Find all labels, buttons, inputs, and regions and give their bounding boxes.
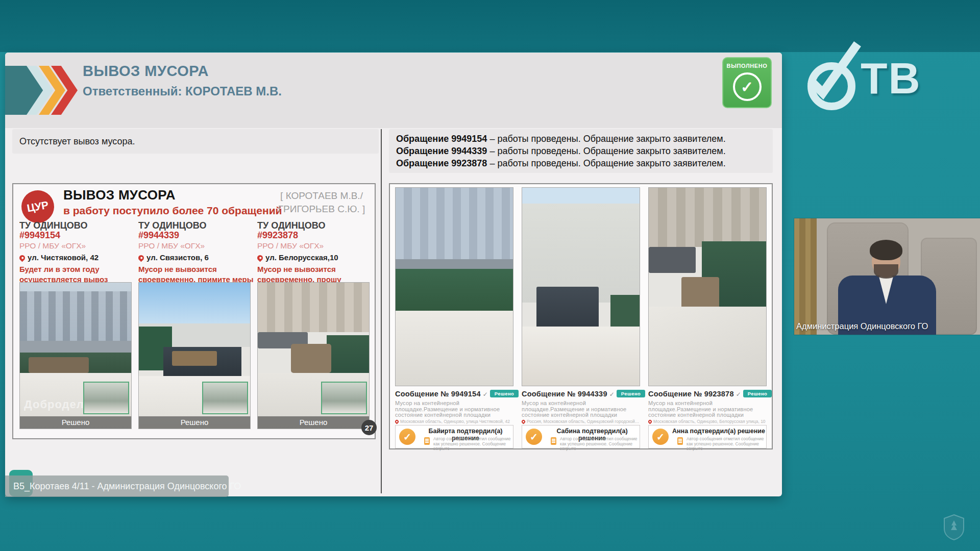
status-pill: Решено	[617, 390, 646, 397]
report-category: Мусор на контейнерной площадке.Размещени…	[522, 400, 640, 418]
complaints-card: ЦУР ВЫВОЗ МУСОРА в работу поступило боле…	[12, 183, 376, 439]
card-title: ВЫВОЗ МУСОРА	[63, 187, 176, 203]
location-pin-icon	[395, 419, 399, 424]
resolution-line: Обращение 9944339 – работы проведены. Об…	[396, 145, 766, 157]
confirmation-box: ✓ Байирта подтвердил(а) решение Автор со…	[395, 425, 513, 448]
photo-status-label: Решено	[20, 416, 131, 429]
confirm-text: Автор сообщения отметил сообщение как ус…	[687, 437, 765, 452]
message-row: Сообщение № 9923878✓Решено	[648, 389, 767, 398]
slide-subtitle: Ответственный: КОРОТАЕВ М.В.	[83, 84, 282, 98]
after-photo-inset	[83, 382, 129, 414]
message-number: Сообщение № 9949154	[395, 390, 481, 398]
complaint-id: #9949154	[19, 230, 133, 240]
speaker-video-feed: Администрация Одинцовского ГО	[794, 218, 980, 335]
status-badge-done: ВЫПОЛНЕНО ✓	[722, 57, 772, 108]
document-icon	[677, 437, 683, 445]
report-location: Россия, Московская область, Одинцовский …	[522, 419, 640, 424]
dept-label: РРО / МБУ «ОГХ»	[257, 240, 371, 252]
location-pin-icon	[137, 254, 145, 262]
report-column: Сообщение № 9949154✓Решено Мусор на конт…	[395, 184, 513, 448]
status-pill: Решено	[743, 390, 772, 397]
corner-watermark-icon	[942, 513, 966, 541]
location-pin-icon	[18, 254, 27, 262]
complaint-text: Мусор не вывозится своевременно, примите…	[138, 264, 254, 285]
complaint-column: ТУ ОДИНЦОВО #9923878 РРО / МБУ «ОГХ» ул.…	[257, 221, 371, 431]
confirm-check-icon: ✓	[652, 429, 669, 445]
report-location: Московская область, Одинцово, улица Чист…	[395, 419, 513, 424]
report-photo	[648, 187, 767, 386]
status-pill: Решено	[490, 390, 519, 397]
wood-panel	[794, 218, 817, 335]
document-icon	[424, 437, 430, 445]
problem-summary: Отсутствует вывоз мусора.	[12, 129, 379, 154]
complaint-photo: Решено	[257, 282, 370, 429]
check-icon: ✓	[483, 391, 488, 398]
complaint-id: #9944339	[138, 230, 252, 240]
org-label: ТУ ОДИНЦОВО	[138, 221, 252, 230]
location-pin-icon	[648, 419, 652, 424]
logo-check-icon	[799, 40, 871, 104]
report-column: Сообщение № 9944339✓Решено Мусор на конт…	[522, 184, 640, 448]
message-number: Сообщение № 9923878	[648, 390, 734, 398]
report-column: Сообщение № 9923878✓Решено Мусор на конт…	[648, 184, 767, 448]
photo-watermark: Добродел	[24, 398, 84, 411]
speaker-hair	[870, 240, 902, 260]
photo-status-label: Решено	[258, 416, 369, 429]
reports-panel: Сообщение № 9949154✓Решено Мусор на конт…	[389, 183, 773, 449]
dept-label: РРО / МБУ «ОГХ»	[138, 240, 252, 252]
org-label: ТУ ОДИНЦОВО	[19, 221, 133, 230]
complaint-photo: Решено	[138, 282, 251, 429]
check-icon: ✓	[609, 391, 615, 398]
after-photo-inset	[321, 382, 367, 414]
message-row: Сообщение № 9949154✓Решено	[395, 389, 513, 398]
dept-label: РРО / МБУ «ОГХ»	[19, 240, 133, 252]
card-subtitle: в работу поступило более 70 обращений	[63, 205, 282, 217]
responsible-names: [ КОРОТАЕВ М.В./ ГРИГОРЬЕВ С.Ю. ]	[272, 189, 372, 216]
slide-header: ВЫВОЗ МУСОРА Ответственный: КОРОТАЕВ М.В…	[5, 53, 782, 128]
after-photo-inset	[202, 382, 248, 414]
report-category: Мусор на контейнерной площадке.Размещени…	[648, 400, 767, 418]
vertical-divider	[381, 129, 382, 493]
slide-title: ВЫВОЗ МУСОРА	[83, 63, 209, 80]
confirmation-box: ✓ Сабина подтвердил(а) решение Автор соо…	[522, 425, 640, 448]
logo-text: ТВ	[861, 53, 921, 104]
report-photo	[395, 187, 513, 386]
report-location: Московская область, Одинцово, Белорусска…	[648, 419, 767, 424]
confirmation-box: ✓ Анна подтвердил(а) решение Автор сообщ…	[648, 425, 767, 448]
presentation-slide: ВЫВОЗ МУСОРА Ответственный: КОРОТАЕВ М.В…	[5, 53, 782, 496]
speaker-beard	[874, 264, 898, 279]
confirm-check-icon: ✓	[526, 429, 542, 445]
video-caption: Администрация Одинцовского ГО	[796, 321, 928, 331]
photo-status-label: Решено	[139, 416, 250, 429]
address-row: ул. Чистяковой, 42	[19, 253, 133, 263]
broadcast-frame: ТВ ВЫВОЗ МУСОРА Ответственный: КОРОТАЕВ …	[0, 0, 980, 551]
check-icon: ✓	[736, 391, 741, 398]
message-row: Сообщение № 9944339✓Решено	[522, 389, 640, 398]
complaint-column: ТУ ОДИНЦОВО #9944339 РРО / МБУ «ОГХ» ул.…	[138, 221, 252, 431]
confirm-text: Автор сообщения отметил сообщение как ус…	[433, 437, 512, 452]
resolution-line: Обращение 9923878 – работы проведены. Об…	[396, 157, 766, 169]
complaint-column: ТУ ОДИНЦОВО #9949154 РРО / МБУ «ОГХ» ул.…	[19, 221, 133, 431]
location-pin-icon	[256, 254, 264, 262]
check-circle-icon: ✓	[733, 72, 762, 101]
report-photo	[522, 187, 640, 386]
address-row: ул. Связистов, 6	[138, 253, 252, 263]
org-label: ТУ ОДИНЦОВО	[257, 221, 371, 230]
footer-filename-bar: В5_Коротаев 4/11 - Администрация Одинцов…	[5, 475, 229, 497]
slide-page-number: 27	[361, 420, 377, 435]
complaint-photo: Добродел Решено	[19, 282, 132, 429]
document-icon	[551, 437, 556, 445]
otv-channel-logo: ТВ	[799, 40, 952, 116]
complaint-id: #9923878	[257, 230, 371, 240]
resolution-summary: Обращение 9949154 – работы проведены. Об…	[389, 129, 773, 173]
cur-logo: ЦУР	[19, 188, 57, 226]
status-badge-label: ВЫПОЛНЕНО	[723, 63, 771, 69]
message-number: Сообщение № 9944339	[522, 390, 607, 398]
location-pin-icon	[522, 419, 526, 424]
report-category: Мусор на контейнерной площадке.Размещени…	[395, 400, 513, 418]
confirm-text: Автор сообщения отметил сообщение как ус…	[560, 437, 639, 452]
confirm-title: Анна подтвердил(а) решение	[672, 428, 765, 435]
address-row: ул. Белорусская,10	[257, 253, 371, 263]
confirm-check-icon: ✓	[399, 429, 415, 445]
resolution-line: Обращение 9949154 – работы проведены. Об…	[396, 133, 766, 145]
